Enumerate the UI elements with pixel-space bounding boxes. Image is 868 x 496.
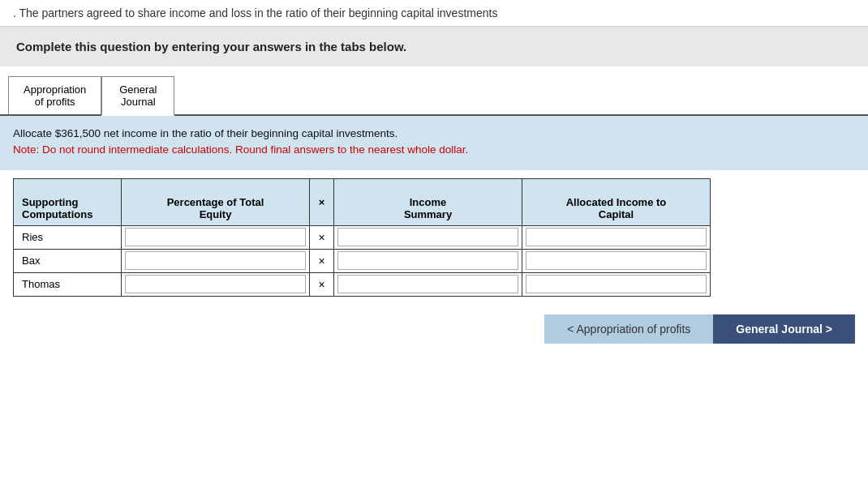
content-note: Note: Do not round intermediate calculat… — [13, 142, 855, 158]
pct-input-0[interactable] — [125, 228, 306, 246]
prev-button[interactable]: Appropriation of profits — [544, 314, 713, 344]
pct-input-1[interactable] — [125, 251, 306, 270]
table-row: Bax× — [14, 249, 711, 272]
multiply-symbol-0: × — [310, 225, 334, 249]
tab-appropriation-of-profits[interactable]: Appropriation of profits — [8, 76, 101, 114]
table-section: Supporting Computations Percentage of To… — [0, 170, 868, 305]
top-banner-text: . The partners agreed to share income an… — [13, 6, 497, 19]
col-header-allocated: Allocated Income to Capital — [522, 178, 711, 225]
next-button-label: General Journal — [736, 323, 823, 336]
tab-appropriation-label1: Appropriation — [24, 83, 86, 96]
instruction-box: Complete this question by entering your … — [0, 27, 868, 66]
row-income-cell-2[interactable] — [334, 272, 522, 296]
tab-general-journal[interactable]: General Journal — [101, 76, 174, 116]
row-allocated-cell-0[interactable] — [522, 225, 711, 249]
next-button[interactable]: General Journal — [713, 314, 855, 344]
allocated-input-0[interactable] — [526, 228, 707, 246]
content-line1: Allocate $361,500 net income in the rati… — [13, 126, 855, 142]
multiply-symbol-2: × — [310, 272, 334, 296]
row-allocated-cell-2[interactable] — [522, 272, 711, 296]
instruction-text: Complete this question by entering your … — [16, 40, 852, 53]
bottom-nav: Appropriation of profits General Journal — [0, 305, 868, 353]
row-income-cell-0[interactable] — [334, 225, 522, 249]
prev-button-label: Appropriation of profits — [576, 323, 690, 336]
row-income-cell-1[interactable] — [334, 249, 522, 272]
table-row: Ries× — [14, 225, 711, 249]
table-row: Thomas× — [14, 272, 711, 296]
col-header-income: Income Summary — [334, 178, 522, 225]
allocated-input-2[interactable] — [526, 275, 707, 293]
income-input-0[interactable] — [337, 228, 518, 246]
main-table: Supporting Computations Percentage of To… — [13, 178, 711, 297]
tab-general-journal-label1: General — [119, 83, 157, 96]
row-pct-cell-2[interactable] — [122, 272, 310, 296]
col-header-percentage: Percentage of Total Equity — [122, 178, 310, 225]
income-input-1[interactable] — [337, 251, 518, 270]
prev-chevron-left-icon — [567, 323, 576, 336]
income-input-2[interactable] — [337, 275, 518, 293]
allocated-input-1[interactable] — [526, 251, 707, 270]
pct-input-2[interactable] — [125, 275, 306, 293]
row-label-2: Thomas — [14, 272, 122, 296]
tab-appropriation-label2: of profits — [35, 96, 75, 108]
tabs-container: Appropriation of profits General Journal — [0, 66, 868, 116]
col-header-supporting: Supporting Computations — [14, 178, 122, 225]
row-label-1: Bax — [14, 249, 122, 272]
top-banner: . The partners agreed to share income an… — [0, 0, 868, 27]
next-chevron-right-icon — [823, 323, 832, 336]
col-header-multiply: × — [310, 178, 334, 225]
tab-general-journal-label2: Journal — [121, 96, 156, 108]
row-allocated-cell-1[interactable] — [522, 249, 711, 272]
multiply-symbol-1: × — [310, 249, 334, 272]
content-area: Allocate $361,500 net income in the rati… — [0, 116, 868, 170]
row-pct-cell-0[interactable] — [122, 225, 310, 249]
row-pct-cell-1[interactable] — [122, 249, 310, 272]
row-label-0: Ries — [14, 225, 122, 249]
